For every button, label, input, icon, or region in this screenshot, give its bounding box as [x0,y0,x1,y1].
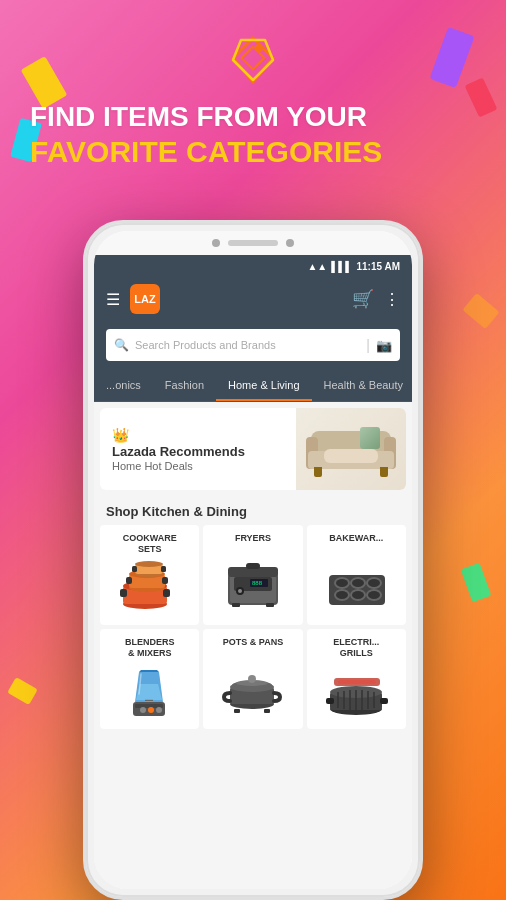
status-time: 11:15 AM [356,261,400,272]
svg-point-51 [248,675,256,683]
sofa-illustration [306,422,396,477]
cookware-svg [117,560,182,615]
product-electric-grills[interactable]: ELECTRI...GRILLS [307,629,406,729]
hamburger-icon[interactable]: ☰ [106,290,120,309]
svg-point-0 [255,44,263,52]
confetti-green [461,563,492,603]
front-sensor [286,239,294,247]
search-bar: 🔍 Search Products and Brands | 📷 [94,321,412,371]
svg-rect-26 [266,603,274,607]
svg-rect-15 [161,566,166,572]
svg-point-13 [135,561,163,567]
confetti-yellow-2 [7,677,38,705]
svg-point-34 [336,579,348,587]
svg-point-36 [368,579,380,587]
product-cookware-sets[interactable]: COOKWARESETS [100,525,199,625]
phone-screen: ▲▲ ▌▌▌ 11:15 AM ☰ LAZ 🛒 ⋮ 🔍 Search P [94,255,412,889]
product-bakeware[interactable]: BAKEWAR... [307,525,406,625]
category-tabs: ...onics Fashion Home & Living Health & … [94,371,412,402]
svg-rect-65 [380,698,388,704]
svg-point-38 [352,591,364,599]
banner-text-area: 👑 Lazada Recommends Home Hot Deals [100,416,296,483]
electric-grills-image [311,663,402,721]
tab-fashion[interactable]: Fashion [153,371,216,401]
tab-health-beauty[interactable]: Health & Beauty [312,371,412,401]
phone-notch [94,231,412,255]
sofa-leg-right [380,467,388,477]
svg-rect-67 [338,680,376,684]
cookware-image [104,559,195,617]
bakeware-label: BAKEWAR... [329,533,383,544]
speaker [228,240,278,246]
svg-rect-10 [162,577,168,584]
blenders-label: BLENDERS& MIXERS [125,637,175,659]
svg-rect-5 [163,589,170,597]
pots-svg [220,659,285,714]
bakeware-image [311,548,402,617]
search-input-container[interactable]: 🔍 Search Products and Brands | 📷 [106,329,400,361]
svg-rect-9 [126,577,132,584]
fryers-image: 888 [207,548,298,617]
search-icon: 🔍 [114,338,129,352]
svg-rect-20 [246,563,260,569]
tab-electronics[interactable]: ...onics [94,371,153,401]
banner-subtitle: Home Hot Deals [112,460,284,472]
more-icon[interactable]: ⋮ [384,290,400,309]
product-grid-row2: BLENDERS& MIXERS [94,625,412,733]
sofa-cushion [324,449,378,463]
confetti-orange [462,293,499,329]
fryers-label: FRYERS [235,533,271,544]
tag-icon-container [223,30,283,94]
svg-point-39 [368,591,380,599]
product-blenders[interactable]: BLENDERS& MIXERS [100,629,199,729]
svg-rect-25 [232,603,240,607]
headline-line1: FIND ITEMS FROM YOUR [30,100,476,134]
signal-icon: ▌▌▌ [331,261,352,272]
pots-pans-image [207,652,298,721]
search-placeholder: Search Products and Brands [135,339,360,351]
content-area: 👑 Lazada Recommends Home Hot Deals [94,402,412,889]
svg-rect-14 [132,566,137,572]
tag-icon [223,30,283,90]
status-bar: ▲▲ ▌▌▌ 11:15 AM [94,255,412,277]
svg-rect-52 [234,709,240,713]
electric-grills-label: ELECTRI...GRILLS [333,637,379,659]
cookware-label: COOKWARESETS [123,533,177,555]
pots-pans-label: POTS & PANS [223,637,283,648]
headline-line2: FAVORITE CATEGORIES [30,134,476,170]
banner-image [296,408,406,490]
fryer-svg: 888 [220,555,285,610]
svg-rect-64 [326,698,334,704]
product-pots-pans[interactable]: POTS & PANS [203,629,302,729]
svg-point-42 [140,707,146,713]
product-grid-row1: COOKWARESETS [94,525,412,625]
svg-point-22 [238,589,242,593]
search-divider: | [366,337,370,353]
blenders-image [104,663,195,721]
svg-point-37 [336,591,348,599]
crown-icon: 👑 [112,427,129,443]
front-camera [212,239,220,247]
cart-icon[interactable]: 🛒 [352,288,374,310]
svg-rect-53 [264,709,270,713]
sofa-leg-left [314,467,322,477]
grill-svg [324,664,389,719]
svg-point-43 [148,707,154,713]
banner-title: Lazada Recommends [112,444,284,461]
tab-home-living[interactable]: Home & Living [216,371,312,401]
section-title: Shop Kitchen & Dining [94,496,412,525]
camera-icon[interactable]: 📷 [376,338,392,353]
confetti-purple [429,27,474,88]
svg-point-35 [352,579,364,587]
bakeware-svg [324,555,389,610]
svg-text:888: 888 [252,580,263,586]
product-fryers[interactable]: FRYERS [203,525,302,625]
laz-logo[interactable]: LAZ [130,284,160,314]
wifi-icon: ▲▲ [307,261,327,272]
svg-rect-4 [120,589,127,597]
phone-frame: ▲▲ ▌▌▌ 11:15 AM ☰ LAZ 🛒 ⋮ 🔍 Search P [83,220,423,900]
headline-area: FIND ITEMS FROM YOUR FAVORITE CATEGORIES [30,100,476,170]
recommends-banner[interactable]: 👑 Lazada Recommends Home Hot Deals [100,408,406,490]
blender-svg [117,664,182,719]
nav-bar: ☰ LAZ 🛒 ⋮ [94,277,412,321]
